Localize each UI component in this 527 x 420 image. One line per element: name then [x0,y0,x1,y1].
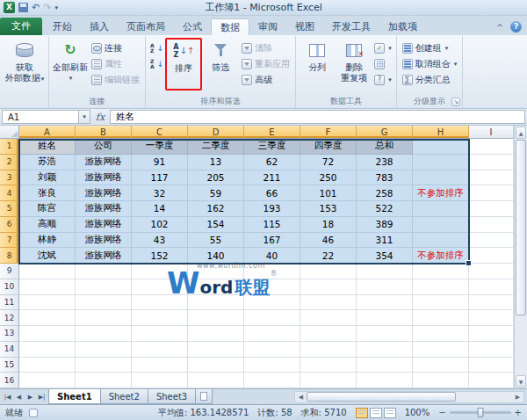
macro-record-icon[interactable] [29,409,38,417]
ungroup-button[interactable]: 取消组合▾ [400,56,460,71]
ribbon-tab-page-layout[interactable]: 页面布局 [118,18,174,35]
cell-C15[interactable] [132,358,188,373]
cell-D7[interactable]: 55 [188,233,244,249]
cell-B7[interactable]: 游族网络 [76,233,132,249]
undo-button[interactable]: ↶ [32,3,40,12]
cell-D5[interactable]: 162 [188,201,244,217]
cell-I13[interactable] [469,326,514,342]
cell-H15[interactable] [413,358,469,373]
cell-H8[interactable]: 不参加排序 [413,248,469,264]
column-header-A[interactable]: A [19,126,76,139]
cell-E6[interactable]: 115 [244,217,300,233]
cell-B9[interactable] [76,264,132,279]
cell-E1[interactable]: 三季度 [244,139,300,155]
insert-function-button[interactable]: fx [90,112,110,123]
cell-G2[interactable]: 238 [357,155,413,170]
cell-I9[interactable] [469,264,514,279]
connections-button[interactable]: 连接 [89,40,142,55]
ribbon-tab-file[interactable]: 文件 [0,18,42,35]
zoom-track[interactable] [450,411,511,414]
cell-E4[interactable]: 66 [244,185,300,201]
cell-D13[interactable] [188,326,244,342]
cell-C2[interactable]: 91 [132,155,188,170]
cell-A1[interactable]: 姓名 [19,139,76,155]
cell-C4[interactable]: 32 [132,185,188,201]
cell-A11[interactable] [19,295,76,311]
horizontal-scroll-thumb[interactable] [307,392,456,402]
scroll-right-arrow[interactable]: ▶ [512,394,523,401]
cell-F9[interactable] [300,264,357,279]
cell-G7[interactable]: 311 [357,233,413,249]
next-sheet-button[interactable]: ▶ [25,394,36,401]
cell-F5[interactable]: 153 [300,201,357,217]
cell-A9[interactable] [19,264,76,279]
cell-E14[interactable] [244,342,300,358]
cell-B6[interactable]: 游族网络 [76,217,132,233]
clear-filter-button[interactable]: 清除 [239,40,292,55]
column-header-D[interactable]: D [188,126,244,139]
cell-E12[interactable] [244,310,300,326]
row-header-10[interactable]: 10 [0,279,19,295]
cell-H13[interactable] [413,326,469,342]
data-validation-button[interactable]: ▾ [372,40,393,55]
zoom-thumb[interactable] [477,408,483,417]
cell-F16[interactable] [300,373,357,388]
cell-G13[interactable] [357,326,413,342]
create-group-button[interactable]: 创建组▾ [400,40,460,55]
cell-I4[interactable] [469,185,514,201]
cell-G11[interactable] [357,295,413,311]
cell-D1[interactable]: 二季度 [188,139,244,155]
cell-F8[interactable]: 22 [300,248,357,264]
advanced-filter-button[interactable]: 高级 [239,72,292,87]
cell-A6[interactable]: 高顺 [19,217,76,233]
column-header-E[interactable]: E [244,126,300,139]
cell-I11[interactable] [469,295,514,311]
get-external-data-button[interactable]: 获取 外部数据▾ [4,38,46,91]
column-header-F[interactable]: F [300,126,357,139]
cell-D6[interactable]: 154 [188,217,244,233]
cell-G16[interactable] [357,373,413,388]
ribbon-tab-developer[interactable]: 开发工具 [323,18,379,35]
cell-H14[interactable] [413,342,469,358]
cell-B5[interactable]: 游族网络 [76,201,132,217]
cell-C7[interactable]: 43 [132,233,188,249]
column-header-B[interactable]: B [76,126,132,139]
cell-I1[interactable] [469,139,514,155]
cell-I12[interactable] [469,310,514,326]
cell-C6[interactable]: 102 [132,217,188,233]
sort-ascending-button[interactable]: AZ ↓ [148,40,165,55]
cell-G14[interactable] [357,342,413,358]
cell-B2[interactable]: 游族网络 [76,155,132,170]
cell-H10[interactable] [413,279,469,295]
cell-A12[interactable] [19,310,76,326]
vertical-scroll-track[interactable] [515,315,527,374]
cell-I10[interactable] [469,279,514,295]
cell-H1[interactable] [413,139,469,155]
row-header-6[interactable]: 6 [0,217,19,233]
cell-H2[interactable] [413,155,469,170]
cell-D4[interactable]: 59 [188,185,244,201]
vertical-scroll-thumb[interactable] [516,140,526,315]
cell-G4[interactable]: 258 [357,185,413,201]
cell-D16[interactable] [188,373,244,388]
column-header-G[interactable]: G [357,126,413,139]
cell-G5[interactable]: 522 [357,201,413,217]
cell-F11[interactable] [300,295,357,311]
cell-H12[interactable] [413,310,469,326]
row-header-7[interactable]: 7 [0,233,19,249]
ribbon-tab-home[interactable]: 开始 [44,18,81,35]
subtotal-button[interactable]: 分类汇总 [400,72,460,87]
column-header-H[interactable]: H [413,126,469,139]
cell-C12[interactable] [132,310,188,326]
cell-B16[interactable] [76,373,132,388]
name-box-dropdown-icon[interactable]: ▾ [79,110,90,124]
sort-descending-button[interactable]: ZA ↓ [148,56,165,71]
cell-A14[interactable] [19,342,76,358]
select-all-corner[interactable] [0,126,19,139]
cell-B14[interactable] [76,342,132,358]
redo-button[interactable]: ↷ [43,3,51,12]
consolidate-button[interactable] [372,56,393,71]
cell-F15[interactable] [300,358,357,373]
edit-links-button[interactable]: 编辑链接 [89,72,142,87]
cell-C1[interactable]: 一季度 [132,139,188,155]
